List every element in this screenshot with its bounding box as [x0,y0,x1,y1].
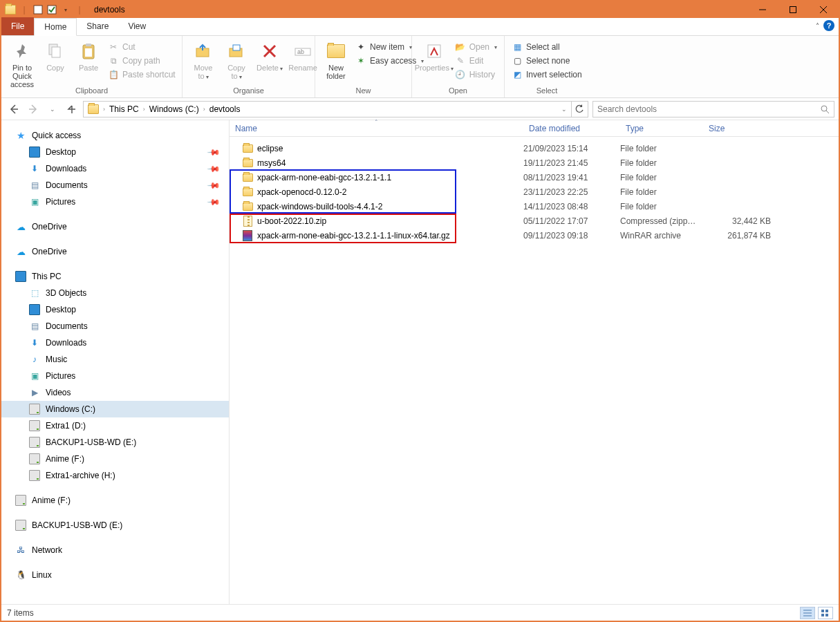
desktop-icon [29,304,40,315]
history-button[interactable]: 🕘History [452,68,500,82]
ribbon-collapse[interactable]: ˄ [816,22,819,30]
nav-windows-c[interactable]: Windows (C:) [1,401,229,417]
nav-quick-access[interactable]: ★Quick access [1,127,229,144]
nav-pc-downloads[interactable]: ⬇Downloads [1,334,229,351]
qat-properties-toggle[interactable] [32,3,44,16]
refresh-button[interactable] [571,102,586,117]
nav-downloads[interactable]: ⬇Downloads📌 [1,160,229,177]
select-none-button[interactable]: ▢Select none [509,54,585,68]
minimize-button[interactable] [747,1,778,18]
crumb-devtools[interactable]: devtools [207,104,243,114]
view-large-icons-button[interactable] [818,607,833,619]
copy-button[interactable]: Copy [39,37,72,72]
drive-icon [15,520,26,531]
col-type[interactable]: Type [620,120,703,136]
file-row[interactable]: xpack-arm-none-eabi-gcc-13.2.1-1.1-linux… [230,228,839,243]
file-row[interactable]: xpack-openocd-0.12.0-223/11/2023 22:25Fi… [230,185,839,199]
col-name[interactable]: Name˄ [230,120,523,136]
file-row[interactable]: xpack-windows-build-tools-4.4.1-214/11/2… [230,199,839,214]
nav-documents[interactable]: ▤Documents📌 [1,177,229,194]
nav-up[interactable] [64,101,80,117]
addr-dropdown[interactable]: ⌄ [559,106,570,113]
select-all-button[interactable]: ▦Select all [509,40,585,54]
view-details-button[interactable] [800,607,815,619]
nav-onedrive-2[interactable]: ☁OneDrive [1,243,229,260]
nav-this-pc[interactable]: This PC [1,268,229,285]
paste-shortcut-button[interactable]: 📋Paste shortcut [105,68,178,82]
copy-path-button[interactable]: ⧉Copy path [105,54,178,68]
navbar: ⌄ › This PC› Windows (C:)› devtools ⌄ Se… [1,98,839,120]
body: ★Quick access Desktop📌 ⬇Downloads📌 ▤Docu… [1,120,839,604]
tab-share[interactable]: Share [77,17,118,35]
invert-icon: ◩ [512,69,523,80]
nav-back[interactable] [6,101,22,117]
nav-anime-f[interactable]: Anime (F:) [1,451,229,467]
crumb-windows-c[interactable]: Windows (C:) [147,104,202,114]
documents-icon: ▤ [29,180,40,191]
svg-rect-18 [428,45,440,57]
folder-icon [242,201,253,212]
properties-icon [423,40,445,62]
properties-button[interactable]: Properties▾ [416,37,452,73]
tab-home[interactable]: Home [34,18,77,36]
qat-dropdown[interactable]: ▾ [59,3,72,16]
maximize-button[interactable] [778,1,808,18]
nav-onedrive-1[interactable]: ☁OneDrive [1,218,229,235]
new-folder-icon [325,40,347,62]
paste-button[interactable]: Paste [72,37,105,72]
open-button[interactable]: 📂Open▾ [452,40,500,54]
nav-recent[interactable]: ⌄ [44,101,61,117]
new-folder-button[interactable]: New folder [319,37,353,80]
drive-icon [29,420,40,431]
downloads-icon: ⬇ [29,163,40,174]
nav-forward[interactable] [25,101,41,117]
nav-desktop[interactable]: Desktop📌 [1,144,229,160]
col-size[interactable]: Size [703,120,779,136]
address-bar[interactable]: › This PC› Windows (C:)› devtools ⌄ [83,101,588,117]
qat-newfolder-toggle[interactable] [46,3,58,16]
crumb-this-pc[interactable]: This PC [106,104,142,114]
drive-icon [29,470,40,481]
nav-extra1-archive-h[interactable]: Extra1-archive (H:) [1,467,229,484]
qat-folder-icon[interactable] [4,3,17,16]
copy-icon [44,40,66,62]
ribbon-tabs: File Home Share View ˄ ? [1,18,839,36]
nav-backup-root[interactable]: BACKUP1-USB-WD (E:) [1,517,229,534]
pin-to-quick-access-button[interactable]: Pin to Quick access [6,37,39,88]
delete-button[interactable]: Delete▾ [253,37,286,73]
move-to-button[interactable]: Move to▾ [187,37,220,82]
tab-view[interactable]: View [118,17,156,35]
search-box[interactable]: Search devtools [592,101,834,117]
close-button[interactable] [808,1,839,18]
copy-path-icon: ⧉ [108,55,119,66]
copy-to-button[interactable]: Copy to▾ [220,37,253,82]
tab-file[interactable]: File [1,17,34,35]
invert-selection-button[interactable]: ◩Invert selection [509,68,585,82]
nav-3d-objects[interactable]: ⬚3D Objects [1,285,229,301]
nav-extra1-d[interactable]: Extra1 (D:) [1,417,229,434]
navigation-pane[interactable]: ★Quick access Desktop📌 ⬇Downloads📌 ▤Docu… [1,120,230,604]
nav-pc-desktop[interactable]: Desktop [1,301,229,318]
folder-icon [242,187,253,198]
nav-network[interactable]: 🖧Network [1,542,229,558]
select-all-icon: ▦ [512,41,523,53]
file-row[interactable]: eclipse21/09/2023 15:14File folder [230,141,839,156]
cut-button[interactable]: ✂Cut [105,40,178,54]
nav-pictures[interactable]: ▣Pictures📌 [1,194,229,210]
edit-icon: ✎ [455,55,466,66]
file-row[interactable]: msys6419/11/2023 21:45File folder [230,156,839,170]
file-row[interactable]: xpack-arm-none-eabi-gcc-13.2.1-1.108/11/… [230,170,839,185]
file-row[interactable]: u-boot-2022.10.zip05/11/2022 17:07Compre… [230,214,839,228]
nav-backup-e[interactable]: BACKUP1-USB-WD (E:) [1,434,229,451]
nav-pc-pictures[interactable]: ▣Pictures [1,368,229,384]
help-button[interactable]: ? [823,20,834,31]
drive-icon [29,437,40,448]
nav-music[interactable]: ♪Music [1,351,229,368]
nav-anime-root[interactable]: Anime (F:) [1,492,229,509]
nav-videos[interactable]: ▶Videos [1,384,229,401]
col-date[interactable]: Date modified [523,120,620,136]
edit-button[interactable]: ✎Edit [452,54,500,68]
nav-pc-documents[interactable]: ▤Documents [1,318,229,334]
nav-linux[interactable]: 🐧Linux [1,567,229,583]
rename-button[interactable]: ab Rename [286,37,319,72]
